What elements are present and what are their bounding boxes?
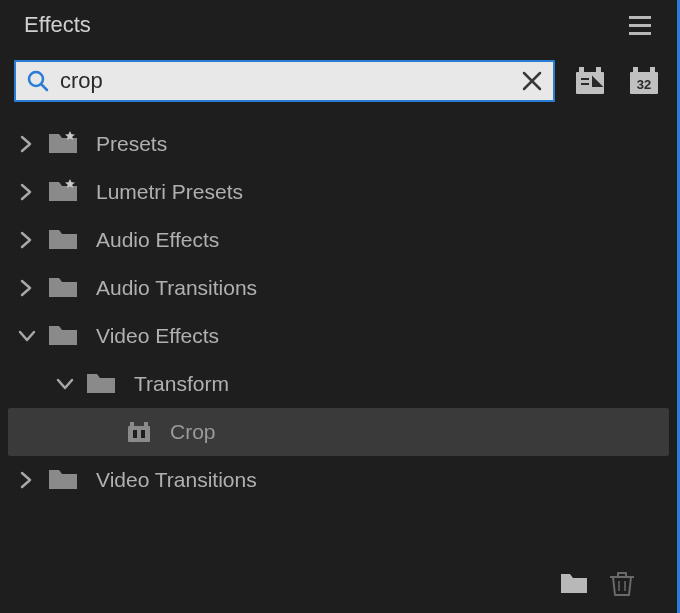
clear-search-icon[interactable]	[521, 70, 543, 92]
tree-folder[interactable]: Audio Transitions	[8, 264, 669, 312]
effects-tree: PresetsLumetri PresetsAudio EffectsAudio…	[0, 116, 677, 557]
chevron-right-icon[interactable]	[18, 231, 36, 249]
new-bin-button[interactable]	[559, 569, 589, 597]
chevron-down-icon[interactable]	[18, 327, 36, 345]
tree-item-label: Audio Transitions	[96, 276, 257, 300]
search-icon	[26, 69, 50, 93]
folder-icon	[48, 323, 78, 349]
tree-folder[interactable]: Lumetri Presets	[8, 168, 669, 216]
chevron-right-icon[interactable]	[18, 135, 36, 153]
tree-folder[interactable]: Video Effects	[8, 312, 669, 360]
folder-icon	[86, 371, 116, 397]
preset-32-button[interactable]: 32	[625, 64, 663, 98]
delete-button[interactable]	[607, 569, 637, 597]
search-box[interactable]	[14, 60, 555, 102]
effect-icon	[126, 420, 152, 444]
chevron-down-icon[interactable]	[56, 375, 74, 393]
tree-folder[interactable]: Transform	[8, 360, 669, 408]
tree-item-label: Lumetri Presets	[96, 180, 243, 204]
tree-folder[interactable]: Presets	[8, 120, 669, 168]
tree-folder[interactable]: Audio Effects	[8, 216, 669, 264]
effect-item[interactable]: Crop	[8, 408, 669, 456]
folder-icon	[48, 275, 78, 301]
chevron-right-icon[interactable]	[18, 279, 36, 297]
folder-icon	[48, 467, 78, 493]
tree-item-label: Presets	[96, 132, 167, 156]
tree-item-label: Crop	[170, 420, 216, 444]
search-input[interactable]	[50, 68, 521, 94]
new-preset-bin-button[interactable]	[571, 64, 609, 98]
panel-menu-button[interactable]	[629, 13, 653, 37]
tree-item-label: Audio Effects	[96, 228, 219, 252]
tree-item-label: Video Effects	[96, 324, 219, 348]
panel-title: Effects	[24, 12, 91, 38]
tree-folder[interactable]: Video Transitions	[8, 456, 669, 504]
folder-star-icon	[48, 179, 78, 205]
svg-text:32: 32	[637, 77, 651, 92]
chevron-right-icon[interactable]	[18, 471, 36, 489]
tree-item-label: Video Transitions	[96, 468, 257, 492]
chevron-right-icon[interactable]	[18, 183, 36, 201]
tree-item-label: Transform	[134, 372, 229, 396]
folder-icon	[48, 227, 78, 253]
folder-star-icon	[48, 131, 78, 157]
